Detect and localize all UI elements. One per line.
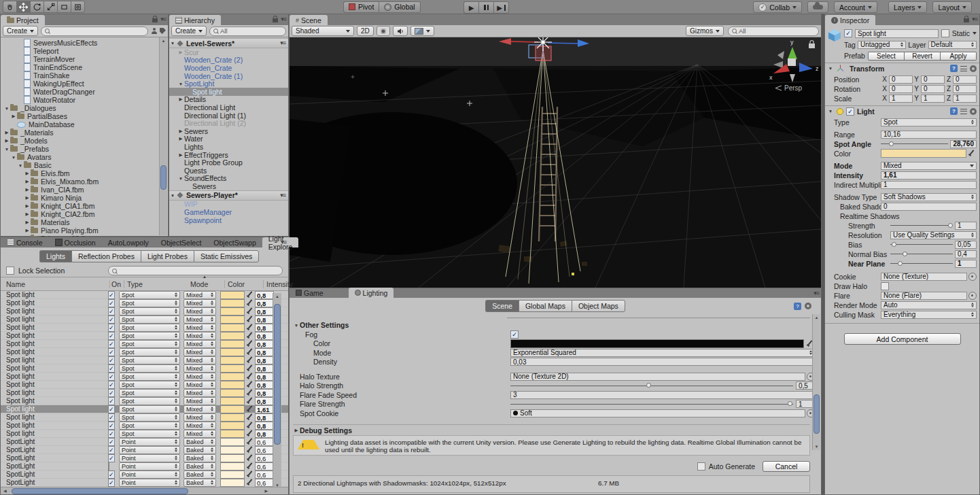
- project-tree-item[interactable]: ▼_Prefabs: [1, 145, 168, 153]
- hierarchy-item[interactable]: ▶Scur: [169, 48, 288, 56]
- row-enabled-checkbox[interactable]: ✓: [108, 438, 115, 446]
- tag-dropdown[interactable]: Untagged: [858, 41, 906, 49]
- hierarchy-item[interactable]: Quests: [169, 167, 288, 175]
- label-filter-icon[interactable]: [160, 28, 166, 34]
- project-create-dropdown[interactable]: Create: [3, 26, 38, 36]
- row-enabled-checkbox[interactable]: ✓: [108, 364, 115, 373]
- light-type-dropdown[interactable]: Spot: [119, 340, 180, 348]
- light-type-dropdown[interactable]: Spot: [119, 348, 180, 356]
- lock-selection-checkbox[interactable]: [6, 267, 14, 275]
- light-intensity-field[interactable]: 0,6: [255, 471, 274, 479]
- fog-mode-dropdown[interactable]: Exponential Squared: [510, 349, 815, 357]
- global-toggle[interactable]: Global: [379, 1, 420, 13]
- eyedropper-icon[interactable]: [246, 291, 253, 298]
- light-color-swatch[interactable]: [220, 364, 245, 373]
- foldout-collapsed-icon[interactable]: ▶: [177, 152, 184, 158]
- light-table-row[interactable]: Spot light✓SpotMixed0,8: [1, 356, 288, 364]
- light-type-dropdown[interactable]: Point: [119, 471, 180, 479]
- foldout-collapsed-icon[interactable]: ▶: [177, 97, 184, 102]
- col-intensity[interactable]: Intensity: [263, 280, 294, 288]
- light-table-row[interactable]: SpotLightPointBaked0,6: [1, 462, 288, 471]
- lighting-object-maps-tab[interactable]: Object Maps: [572, 300, 625, 312]
- gameobject-name-field[interactable]: Spot light: [855, 29, 939, 38]
- help-icon[interactable]: ?: [794, 303, 801, 310]
- light-color-swatch[interactable]: [220, 356, 245, 364]
- object-picker-icon[interactable]: [968, 273, 977, 281]
- project-tree-item[interactable]: TrainShake: [1, 71, 168, 80]
- light-intensity-field[interactable]: 1,61: [255, 405, 274, 413]
- row-enabled-checkbox[interactable]: ✓: [108, 356, 115, 364]
- light-type-dropdown[interactable]: Spot: [119, 373, 180, 381]
- light-intensity-field[interactable]: 0,8: [255, 389, 274, 397]
- hierarchy-item[interactable]: Spawnpoint: [169, 216, 288, 224]
- hierarchy-item[interactable]: Directional Light: [169, 103, 288, 112]
- draw-halo-checkbox[interactable]: [881, 282, 889, 290]
- rotation-z-field[interactable]: 0: [953, 85, 977, 93]
- intensity-field[interactable]: 1,61: [881, 171, 977, 180]
- foldout-expanded-icon[interactable]: ▼: [10, 155, 17, 160]
- custom-tool-button[interactable]: [71, 1, 85, 13]
- light-intensity-field[interactable]: 0,8: [255, 299, 274, 307]
- light-color-swatch[interactable]: [220, 291, 245, 299]
- row-enabled-checkbox[interactable]: [108, 462, 109, 471]
- eyedropper-icon[interactable]: [246, 471, 253, 478]
- light-table-row[interactable]: Spot light✓SpotMixed0,8: [1, 299, 288, 307]
- foldout-collapsed-icon[interactable]: ▶: [177, 136, 184, 141]
- eyedropper-icon[interactable]: [246, 454, 253, 462]
- col-on[interactable]: On: [109, 280, 124, 288]
- light-color-swatch[interactable]: [220, 348, 245, 356]
- tab-lighting[interactable]: Lighting: [349, 288, 394, 298]
- normal-bias-slider[interactable]: [890, 250, 953, 258]
- light-mode-dropdown[interactable]: Mixed: [183, 413, 216, 422]
- foldout-collapsed-icon[interactable]: ▶: [24, 187, 31, 192]
- scene-lighting-toggle[interactable]: [377, 26, 390, 36]
- position-z-field[interactable]: 0: [953, 75, 977, 84]
- light-color-swatch[interactable]: [220, 373, 245, 381]
- hierarchy-item[interactable]: Sewers: [169, 182, 288, 190]
- row-enabled-checkbox[interactable]: ✓: [108, 307, 115, 315]
- project-tree-item[interactable]: ▶Knight_CIA1.fbm: [1, 202, 168, 210]
- slider-thumb[interactable]: [646, 383, 651, 388]
- layer-dropdown[interactable]: Default: [928, 41, 977, 49]
- transform-component-header[interactable]: ▼ Transform ?: [825, 63, 979, 73]
- lights-tab[interactable]: Lights: [39, 250, 71, 262]
- project-tree-item[interactable]: MainDatabase: [1, 120, 168, 129]
- light-intensity-field[interactable]: 0,6: [255, 462, 274, 471]
- light-intensity-field[interactable]: 0,8: [255, 340, 274, 348]
- light-mode-dropdown[interactable]: Baked: [183, 438, 216, 446]
- indirect-multiplier-field[interactable]: 1: [881, 181, 977, 189]
- project-tree-item[interactable]: ▼Avatars: [1, 153, 168, 161]
- scroll-up-icon[interactable]: ▲: [160, 39, 167, 43]
- row-enabled-checkbox[interactable]: ✓: [108, 446, 115, 454]
- hierarchy-item[interactable]: ▶Details: [169, 96, 288, 104]
- row-enabled-checkbox[interactable]: ✓: [108, 324, 115, 332]
- scene-menu-icon[interactable]: ▾≡: [280, 40, 288, 46]
- fog-color-swatch[interactable]: [510, 339, 804, 348]
- hierarchy-item[interactable]: ▶Sewers: [169, 127, 288, 135]
- light-type-dropdown[interactable]: Spot: [119, 381, 180, 389]
- eyedropper-icon[interactable]: [246, 397, 253, 405]
- col-mode[interactable]: ▲Mode: [190, 280, 224, 288]
- light-type-dropdown[interactable]: Spot: [119, 324, 180, 332]
- bias-slider[interactable]: [890, 241, 953, 249]
- light-intensity-field[interactable]: 0,8: [255, 373, 274, 381]
- pivot-toggle[interactable]: Pivot: [343, 1, 379, 13]
- light-mode-dropdown[interactable]: Mixed: [183, 315, 216, 324]
- col-name[interactable]: Name: [6, 280, 109, 288]
- light-color-swatch[interactable]: [220, 462, 245, 471]
- tab-occlusion[interactable]: Occlusion: [49, 237, 102, 248]
- project-tree-item[interactable]: WaterDragChanger: [1, 88, 168, 96]
- light-table-row[interactable]: Spot light✓SpotMixed0,8: [1, 332, 288, 340]
- light-table-row[interactable]: Spot light✓SpotMixed0,8: [1, 324, 288, 332]
- strength-field[interactable]: 1: [955, 222, 977, 230]
- lock-icon[interactable]: [273, 18, 278, 22]
- scale-y-field[interactable]: 1: [921, 95, 945, 103]
- hierarchy-item[interactable]: ▼SoundEffects: [169, 175, 288, 183]
- rotation-x-field[interactable]: 0: [889, 85, 913, 93]
- density-field[interactable]: 0,03: [510, 358, 815, 366]
- row-enabled-checkbox[interactable]: ✓: [108, 471, 115, 479]
- foldout-collapsed-icon[interactable]: ▶: [24, 203, 31, 209]
- light-type-dropdown[interactable]: Point: [119, 446, 180, 454]
- persp-label[interactable]: Persp: [784, 84, 803, 92]
- light-table-row[interactable]: Spot light✓SpotMixed0,8: [1, 315, 288, 324]
